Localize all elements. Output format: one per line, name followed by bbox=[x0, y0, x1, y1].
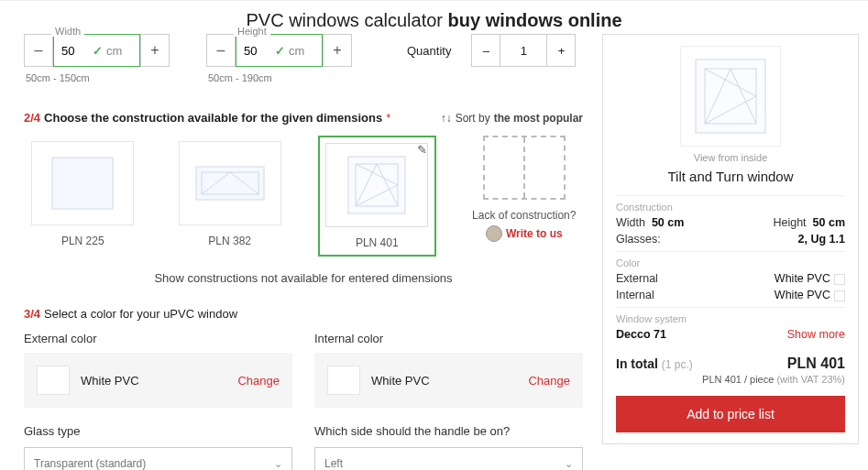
glass-type-select[interactable]: Transparent (standard) ⌄ bbox=[24, 447, 292, 470]
title-b: buy windows online bbox=[448, 10, 622, 30]
chevron-down-icon: ⌄ bbox=[274, 458, 282, 470]
internal-color-change-link[interactable]: Change bbox=[528, 374, 570, 388]
height-label: Height bbox=[234, 26, 270, 37]
avatar-icon bbox=[486, 225, 502, 242]
summary-total: In total (1 pc.) PLN 401 bbox=[616, 355, 845, 372]
step3-header: 3/4 Select a color for your uPVC window bbox=[24, 307, 583, 321]
internal-color-col: Internal color White PVC Change bbox=[314, 332, 583, 408]
internal-value: White PVC bbox=[775, 289, 830, 301]
sort-icon: ↑↓ bbox=[441, 112, 452, 125]
width-label: Width bbox=[51, 26, 84, 37]
height-block: Height – ✓ cm + 50cm - 190cm bbox=[206, 34, 352, 83]
svg-rect-0 bbox=[52, 158, 113, 209]
summary-thumb bbox=[680, 46, 781, 147]
summary-construction-section: Construction Width 50 cm Height 50 cm Gl… bbox=[616, 195, 845, 251]
handle-side-value: Left bbox=[324, 457, 343, 470]
step2-header: 2/4Choose the construction available for… bbox=[24, 111, 583, 125]
add-to-price-list-button[interactable]: Add to price list bbox=[616, 396, 845, 432]
height-unit: cm bbox=[289, 44, 304, 58]
sort-button[interactable]: ↑↓ Sort by the most popular bbox=[441, 112, 583, 125]
external-swatch-icon bbox=[834, 274, 845, 285]
svg-rect-1 bbox=[196, 167, 264, 200]
color-row: External color White PVC Change Internal… bbox=[24, 332, 583, 408]
width-input-wrap[interactable]: ✓ cm bbox=[53, 34, 140, 67]
width-decrease-button[interactable]: – bbox=[24, 34, 53, 67]
height-input[interactable] bbox=[244, 44, 271, 58]
section-header: Color bbox=[616, 257, 845, 268]
lack-question: Lack of construction? bbox=[466, 209, 583, 222]
total-pieces: (1 pc.) bbox=[662, 358, 693, 371]
check-icon: ✓ bbox=[93, 44, 103, 58]
check-icon: ✓ bbox=[275, 44, 285, 58]
summary-color-section: Color External White PVC Internal White … bbox=[616, 251, 845, 307]
external-key: External bbox=[616, 272, 658, 285]
width-increase-button[interactable]: + bbox=[140, 34, 170, 67]
show-unavailable-link[interactable]: Show constructions not available for ent… bbox=[24, 271, 583, 285]
construction-thumb bbox=[31, 141, 134, 225]
total-amount: PLN 401 bbox=[787, 355, 845, 372]
constructions-list: PLN 225 PLN 382 ✎ PLN 401 Lack of constr… bbox=[24, 136, 583, 257]
write-to-us-text: Write to us bbox=[506, 227, 563, 240]
width-unit: cm bbox=[106, 44, 122, 58]
internal-swatch-icon bbox=[834, 290, 845, 301]
handle-side-label: Which side should the handle be on? bbox=[314, 424, 583, 438]
construction-option-3-selected[interactable]: ✎ PLN 401 bbox=[318, 136, 436, 257]
construction-option-2[interactable]: PLN 382 bbox=[170, 136, 288, 247]
price-per-piece: PLN 401 / piece bbox=[702, 374, 774, 385]
height-input-wrap[interactable]: ✓ cm bbox=[236, 34, 323, 67]
summary-system-section: Window system Decco 71 Show more bbox=[616, 307, 845, 346]
page-title: PVC windows calculator buy windows onlin… bbox=[0, 10, 868, 31]
handle-side-select[interactable]: Left ⌄ bbox=[314, 447, 583, 470]
external-color-swatch bbox=[37, 366, 70, 395]
glass-type-col: Glass type Transparent (standard) ⌄ bbox=[24, 424, 292, 470]
glasses-value: 2, Ug 1.1 bbox=[798, 233, 845, 246]
required-star: * bbox=[386, 111, 390, 125]
external-color-col: External color White PVC Change bbox=[24, 332, 292, 408]
handle-side-col: Which side should the handle be on? Left… bbox=[314, 424, 583, 470]
width-block: Width – ✓ cm + 50cm - 150cm bbox=[24, 34, 170, 83]
internal-color-label: Internal color bbox=[314, 332, 583, 345]
sort-value: the most popular bbox=[494, 112, 583, 125]
height-decrease-button[interactable]: – bbox=[206, 34, 236, 67]
section-header: Construction bbox=[616, 202, 845, 213]
qty-decrease-button[interactable]: – bbox=[471, 34, 500, 67]
glasses-key: Glasses: bbox=[616, 233, 661, 246]
pencil-icon[interactable]: ✎ bbox=[417, 143, 427, 157]
width-input[interactable] bbox=[61, 44, 89, 58]
internal-color-name: White PVC bbox=[371, 374, 517, 388]
internal-color-box: White PVC Change bbox=[314, 353, 583, 408]
lack-construction: Lack of construction? Write to us bbox=[466, 136, 583, 245]
summary-title: Tilt and Turn window bbox=[616, 169, 845, 184]
height-value: 50 cm bbox=[813, 216, 845, 229]
height-key: Height bbox=[773, 216, 806, 229]
width-value: 50 cm bbox=[652, 216, 684, 229]
external-color-box: White PVC Change bbox=[24, 353, 292, 408]
height-hint: 50cm - 190cm bbox=[206, 72, 352, 83]
qty-value: 1 bbox=[500, 34, 546, 67]
quantity-block: Quantity – 1 + bbox=[407, 34, 576, 67]
external-value: White PVC bbox=[775, 272, 830, 285]
width-key: Width bbox=[616, 216, 645, 229]
summary-note: PLN 401 / piece (with VAT 23%) bbox=[616, 374, 845, 385]
external-color-label: External color bbox=[24, 332, 292, 345]
write-to-us-link[interactable]: Write to us bbox=[486, 225, 563, 242]
sort-label: Sort by bbox=[456, 112, 490, 125]
construction-price: PLN 225 bbox=[24, 235, 141, 247]
step3-num: 3/4 bbox=[24, 307, 40, 321]
construction-option-1[interactable]: PLN 225 bbox=[24, 136, 141, 247]
qty-increase-button[interactable]: + bbox=[546, 34, 576, 67]
summary-view-label: View from inside bbox=[616, 152, 845, 163]
construction-price: PLN 401 bbox=[325, 236, 429, 249]
total-key: In total bbox=[616, 356, 658, 371]
title-a: PVC windows calculator bbox=[246, 10, 447, 30]
step2-num: 2/4 bbox=[24, 111, 40, 125]
vat-note: (with VAT 23%) bbox=[774, 374, 845, 385]
construction-thumb bbox=[179, 141, 281, 225]
external-color-change-link[interactable]: Change bbox=[237, 374, 280, 388]
section-header: Window system bbox=[616, 313, 845, 324]
step2-title: Choose the construction available for th… bbox=[44, 111, 382, 125]
show-more-link[interactable]: Show more bbox=[787, 328, 845, 341]
height-increase-button[interactable]: + bbox=[323, 34, 352, 67]
svg-rect-5 bbox=[348, 157, 405, 213]
system-value: Decco 71 bbox=[616, 328, 666, 341]
